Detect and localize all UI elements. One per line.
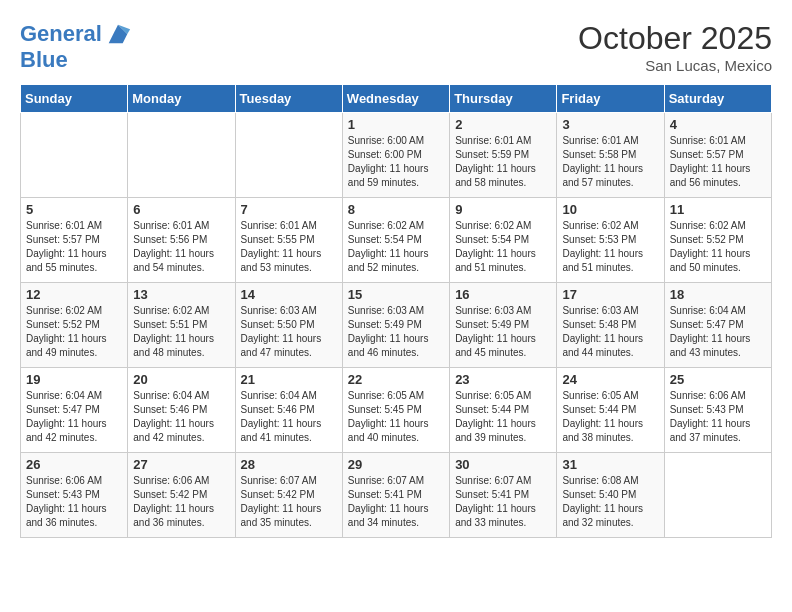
calendar-table: SundayMondayTuesdayWednesdayThursdayFrid…: [20, 84, 772, 538]
day-number: 7: [241, 202, 337, 217]
day-number: 18: [670, 287, 766, 302]
calendar-cell: 29Sunrise: 6:07 AM Sunset: 5:41 PM Dayli…: [342, 453, 449, 538]
calendar-cell: 5Sunrise: 6:01 AM Sunset: 5:57 PM Daylig…: [21, 198, 128, 283]
day-number: 26: [26, 457, 122, 472]
day-number: 16: [455, 287, 551, 302]
day-info: Sunrise: 6:04 AM Sunset: 5:47 PM Dayligh…: [26, 389, 122, 445]
day-info: Sunrise: 6:04 AM Sunset: 5:46 PM Dayligh…: [133, 389, 229, 445]
day-info: Sunrise: 6:01 AM Sunset: 5:57 PM Dayligh…: [670, 134, 766, 190]
day-header-monday: Monday: [128, 85, 235, 113]
calendar-cell: 9Sunrise: 6:02 AM Sunset: 5:54 PM Daylig…: [450, 198, 557, 283]
day-info: Sunrise: 6:01 AM Sunset: 5:57 PM Dayligh…: [26, 219, 122, 275]
calendar-cell: 1Sunrise: 6:00 AM Sunset: 6:00 PM Daylig…: [342, 113, 449, 198]
day-info: Sunrise: 6:07 AM Sunset: 5:41 PM Dayligh…: [455, 474, 551, 530]
calendar-cell: 21Sunrise: 6:04 AM Sunset: 5:46 PM Dayli…: [235, 368, 342, 453]
calendar-cell: 10Sunrise: 6:02 AM Sunset: 5:53 PM Dayli…: [557, 198, 664, 283]
calendar-cell: 27Sunrise: 6:06 AM Sunset: 5:42 PM Dayli…: [128, 453, 235, 538]
day-header-thursday: Thursday: [450, 85, 557, 113]
day-info: Sunrise: 6:05 AM Sunset: 5:44 PM Dayligh…: [562, 389, 658, 445]
day-number: 10: [562, 202, 658, 217]
day-header-saturday: Saturday: [664, 85, 771, 113]
day-info: Sunrise: 6:01 AM Sunset: 5:56 PM Dayligh…: [133, 219, 229, 275]
day-number: 8: [348, 202, 444, 217]
calendar-cell: 12Sunrise: 6:02 AM Sunset: 5:52 PM Dayli…: [21, 283, 128, 368]
calendar-cell: 6Sunrise: 6:01 AM Sunset: 5:56 PM Daylig…: [128, 198, 235, 283]
day-number: 19: [26, 372, 122, 387]
calendar-cell: 22Sunrise: 6:05 AM Sunset: 5:45 PM Dayli…: [342, 368, 449, 453]
day-number: 24: [562, 372, 658, 387]
calendar-cell: [128, 113, 235, 198]
day-info: Sunrise: 6:07 AM Sunset: 5:42 PM Dayligh…: [241, 474, 337, 530]
day-number: 28: [241, 457, 337, 472]
logo-text-blue: Blue: [20, 48, 132, 72]
calendar-cell: [235, 113, 342, 198]
day-number: 30: [455, 457, 551, 472]
day-info: Sunrise: 6:02 AM Sunset: 5:52 PM Dayligh…: [670, 219, 766, 275]
month-title: October 2025: [578, 20, 772, 57]
calendar-cell: 3Sunrise: 6:01 AM Sunset: 5:58 PM Daylig…: [557, 113, 664, 198]
page-header: General Blue October 2025 San Lucas, Mex…: [20, 20, 772, 74]
logo-text: General: [20, 22, 102, 46]
day-number: 14: [241, 287, 337, 302]
day-info: Sunrise: 6:02 AM Sunset: 5:51 PM Dayligh…: [133, 304, 229, 360]
day-info: Sunrise: 6:01 AM Sunset: 5:59 PM Dayligh…: [455, 134, 551, 190]
week-row-2: 5Sunrise: 6:01 AM Sunset: 5:57 PM Daylig…: [21, 198, 772, 283]
day-number: 29: [348, 457, 444, 472]
week-row-4: 19Sunrise: 6:04 AM Sunset: 5:47 PM Dayli…: [21, 368, 772, 453]
calendar-cell: 2Sunrise: 6:01 AM Sunset: 5:59 PM Daylig…: [450, 113, 557, 198]
day-info: Sunrise: 6:03 AM Sunset: 5:49 PM Dayligh…: [348, 304, 444, 360]
day-number: 25: [670, 372, 766, 387]
calendar-cell: 8Sunrise: 6:02 AM Sunset: 5:54 PM Daylig…: [342, 198, 449, 283]
day-number: 1: [348, 117, 444, 132]
day-number: 6: [133, 202, 229, 217]
day-number: 22: [348, 372, 444, 387]
day-number: 15: [348, 287, 444, 302]
calendar-cell: 14Sunrise: 6:03 AM Sunset: 5:50 PM Dayli…: [235, 283, 342, 368]
calendar-cell: 25Sunrise: 6:06 AM Sunset: 5:43 PM Dayli…: [664, 368, 771, 453]
calendar-cell: 13Sunrise: 6:02 AM Sunset: 5:51 PM Dayli…: [128, 283, 235, 368]
calendar-cell: [21, 113, 128, 198]
day-number: 5: [26, 202, 122, 217]
calendar-cell: 16Sunrise: 6:03 AM Sunset: 5:49 PM Dayli…: [450, 283, 557, 368]
day-number: 23: [455, 372, 551, 387]
week-row-1: 1Sunrise: 6:00 AM Sunset: 6:00 PM Daylig…: [21, 113, 772, 198]
day-info: Sunrise: 6:06 AM Sunset: 5:43 PM Dayligh…: [670, 389, 766, 445]
calendar-cell: 26Sunrise: 6:06 AM Sunset: 5:43 PM Dayli…: [21, 453, 128, 538]
week-row-3: 12Sunrise: 6:02 AM Sunset: 5:52 PM Dayli…: [21, 283, 772, 368]
day-info: Sunrise: 6:02 AM Sunset: 5:54 PM Dayligh…: [455, 219, 551, 275]
day-number: 2: [455, 117, 551, 132]
day-number: 9: [455, 202, 551, 217]
day-info: Sunrise: 6:01 AM Sunset: 5:58 PM Dayligh…: [562, 134, 658, 190]
calendar-cell: 24Sunrise: 6:05 AM Sunset: 5:44 PM Dayli…: [557, 368, 664, 453]
day-info: Sunrise: 6:06 AM Sunset: 5:43 PM Dayligh…: [26, 474, 122, 530]
logo: General Blue: [20, 20, 132, 72]
day-headers-row: SundayMondayTuesdayWednesdayThursdayFrid…: [21, 85, 772, 113]
day-number: 20: [133, 372, 229, 387]
day-header-sunday: Sunday: [21, 85, 128, 113]
calendar-cell: 28Sunrise: 6:07 AM Sunset: 5:42 PM Dayli…: [235, 453, 342, 538]
day-number: 17: [562, 287, 658, 302]
day-info: Sunrise: 6:03 AM Sunset: 5:50 PM Dayligh…: [241, 304, 337, 360]
day-number: 21: [241, 372, 337, 387]
calendar-cell: 23Sunrise: 6:05 AM Sunset: 5:44 PM Dayli…: [450, 368, 557, 453]
calendar-cell: 17Sunrise: 6:03 AM Sunset: 5:48 PM Dayli…: [557, 283, 664, 368]
calendar-cell: 7Sunrise: 6:01 AM Sunset: 5:55 PM Daylig…: [235, 198, 342, 283]
calendar-cell: 18Sunrise: 6:04 AM Sunset: 5:47 PM Dayli…: [664, 283, 771, 368]
day-number: 31: [562, 457, 658, 472]
day-info: Sunrise: 6:02 AM Sunset: 5:52 PM Dayligh…: [26, 304, 122, 360]
day-info: Sunrise: 6:06 AM Sunset: 5:42 PM Dayligh…: [133, 474, 229, 530]
day-header-tuesday: Tuesday: [235, 85, 342, 113]
calendar-cell: 20Sunrise: 6:04 AM Sunset: 5:46 PM Dayli…: [128, 368, 235, 453]
day-header-friday: Friday: [557, 85, 664, 113]
day-info: Sunrise: 6:04 AM Sunset: 5:47 PM Dayligh…: [670, 304, 766, 360]
location: San Lucas, Mexico: [578, 57, 772, 74]
day-info: Sunrise: 6:02 AM Sunset: 5:54 PM Dayligh…: [348, 219, 444, 275]
day-number: 13: [133, 287, 229, 302]
calendar-cell: [664, 453, 771, 538]
calendar-cell: 19Sunrise: 6:04 AM Sunset: 5:47 PM Dayli…: [21, 368, 128, 453]
day-number: 27: [133, 457, 229, 472]
day-number: 12: [26, 287, 122, 302]
day-number: 11: [670, 202, 766, 217]
day-info: Sunrise: 6:05 AM Sunset: 5:44 PM Dayligh…: [455, 389, 551, 445]
day-info: Sunrise: 6:00 AM Sunset: 6:00 PM Dayligh…: [348, 134, 444, 190]
